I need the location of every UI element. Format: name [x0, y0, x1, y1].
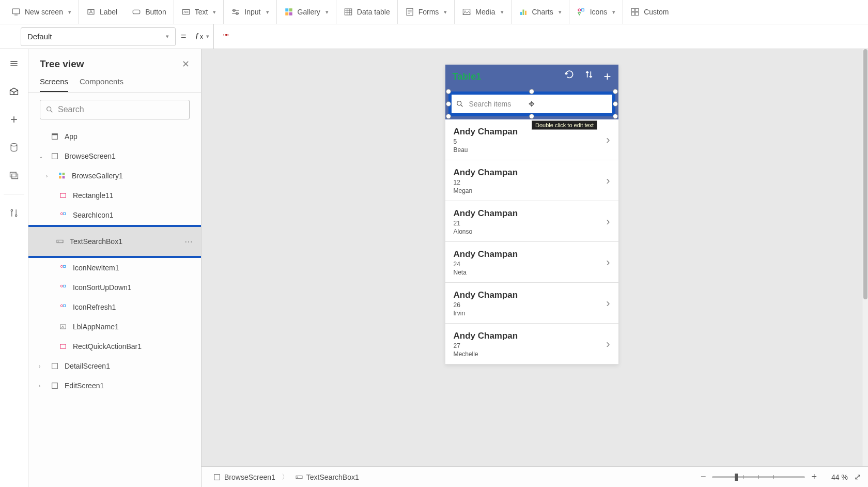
tree-item-iconnewitem1[interactable]: IconNewItem1 [28, 258, 201, 278]
phone-preview[interactable]: Table1 + Search items ✥ [445, 65, 618, 364]
scrollbar-thumb[interactable] [863, 49, 867, 299]
search-input[interactable]: Search items ✥ Double click to [451, 94, 613, 114]
custom-button[interactable]: Custom [623, 0, 676, 24]
chevron-right-icon[interactable]: › [606, 338, 610, 351]
button-button[interactable]: Button [125, 0, 174, 24]
more-options-button[interactable]: ⋯ [184, 237, 194, 247]
resize-handle[interactable] [529, 114, 534, 119]
refresh-icon[interactable] [564, 69, 575, 84]
tree-item-label: Rectangle11 [73, 191, 114, 200]
icons-button[interactable]: Icons ▾ [569, 0, 623, 24]
media-button[interactable]: Media ▾ [455, 0, 511, 24]
expand-icon[interactable]: › [39, 363, 45, 369]
svg-line-69 [461, 105, 462, 106]
svg-rect-50 [63, 173, 65, 175]
tree-item-iconsortupdown1[interactable]: IconSortUpDown1 [28, 278, 201, 297]
breadcrumb-screen[interactable]: BrowseScreen1 [209, 471, 280, 483]
zoom-slider-thumb[interactable] [735, 474, 738, 481]
tree-item-iconrefresh1[interactable]: IconRefresh1 [28, 297, 201, 317]
resize-handle[interactable] [446, 101, 451, 106]
zoom-out-button[interactable]: − [701, 471, 706, 482]
app-header: Table1 + [445, 65, 618, 88]
rail-advanced[interactable] [4, 203, 24, 223]
chevron-right-icon[interactable]: › [606, 215, 610, 229]
expand-icon[interactable]: › [46, 173, 52, 179]
gallery-item[interactable]: Andy Champan21Alonso› [445, 201, 618, 242]
breadcrumb-control[interactable]: TextSearchBox1 [291, 471, 363, 483]
tree-item-lblappname1[interactable]: LblAppName1 [28, 317, 201, 337]
fit-to-screen-button[interactable]: ⤢ [854, 472, 861, 482]
new-screen-button[interactable]: New screen ▾ [4, 0, 79, 24]
tree-item-editscreen1[interactable]: › EditScreen1 [28, 376, 201, 395]
vertical-scrollbar[interactable] [862, 49, 868, 466]
property-select[interactable]: Default ▾ [21, 27, 176, 46]
input-icon [231, 7, 240, 17]
chevron-down-icon: ▾ [206, 33, 209, 40]
tree-search-input[interactable]: Search [40, 100, 190, 119]
label-label: Label [100, 8, 117, 16]
zoom-slider[interactable] [712, 476, 805, 478]
icon-icon [58, 283, 68, 292]
media-icon [462, 7, 471, 17]
formula-value[interactable]: "" [219, 32, 229, 41]
datatable-label: Data table [357, 8, 390, 16]
collapse-icon[interactable]: ⌄ [39, 154, 45, 159]
resize-handle[interactable] [446, 89, 451, 94]
tree-item-label: TextSearchBox1 [70, 237, 122, 246]
input-button[interactable]: Input ▾ [224, 0, 276, 24]
tree-item-label: SearchIcon1 [73, 211, 114, 219]
gallery-item[interactable]: Andy Champan27Mechelle› [445, 324, 618, 364]
chevron-right-icon[interactable]: › [606, 174, 610, 188]
tree-view-title: Tree view [40, 58, 84, 70]
label-button[interactable]: Label [79, 0, 125, 24]
tree-item-rectquickactionbar1[interactable]: RectQuickActionBar1 [28, 337, 201, 356]
gallery-item-title: Andy Champan [454, 249, 518, 260]
rail-add[interactable]: + [4, 109, 24, 130]
chevron-right-icon[interactable]: › [606, 256, 610, 269]
gallery-item[interactable]: Andy Champan12Megan› [445, 160, 618, 201]
tree-item-label: IconRefresh1 [73, 303, 116, 311]
breadcrumb-label: BrowseScreen1 [224, 473, 275, 481]
add-icon[interactable]: + [603, 69, 611, 84]
fx-button[interactable]: fx ▾ [192, 24, 214, 49]
resize-handle[interactable] [613, 89, 618, 94]
rail-media[interactable] [4, 165, 24, 186]
gallery-button[interactable]: Gallery ▾ [277, 0, 336, 24]
resize-handle[interactable] [613, 114, 618, 119]
rail-treeview[interactable] [4, 81, 24, 102]
tab-screens[interactable]: Screens [40, 77, 68, 92]
datatable-button[interactable]: Data table [336, 0, 398, 24]
tree-item-browsescreen1[interactable]: ⌄ BrowseScreen1 [28, 146, 201, 166]
resize-handle[interactable] [529, 89, 534, 94]
svg-rect-53 [60, 193, 66, 197]
tab-components[interactable]: Components [80, 77, 123, 92]
svg-rect-67 [52, 383, 58, 389]
tree-item-app[interactable]: App [28, 127, 201, 146]
zoom-in-button[interactable]: + [811, 471, 817, 482]
rail-data[interactable] [4, 137, 24, 158]
gallery-item-sub2: Mechelle [454, 351, 518, 358]
tree-item-searchicon1[interactable]: SearchIcon1 [28, 205, 201, 225]
text-button[interactable]: Abc Text ▾ [174, 0, 224, 24]
tree-item-detailscreen1[interactable]: › DetailScreen1 [28, 356, 201, 376]
sort-icon[interactable] [584, 69, 594, 84]
zoom-controls: − + 44 % ⤢ [701, 471, 861, 482]
gallery-item[interactable]: Andy Champan24Neta› [445, 242, 618, 283]
close-panel-button[interactable]: ✕ [182, 58, 190, 70]
chevron-right-icon[interactable]: › [606, 297, 610, 310]
rail-hamburger[interactable] [4, 53, 24, 74]
svg-rect-26 [522, 10, 524, 16]
forms-button[interactable]: Forms ▾ [398, 0, 455, 24]
expand-icon[interactable]: › [39, 383, 45, 389]
tree-item-browsegallery1[interactable]: › BrowseGallery1 [28, 166, 201, 186]
tree-item-textsearchbox1[interactable]: TextSearchBox1 ⋯ [28, 227, 201, 256]
tree-item-rectangle11[interactable]: Rectangle11 [28, 186, 201, 205]
charts-button[interactable]: Charts ▾ [512, 0, 569, 24]
forms-icon [405, 7, 414, 17]
chevron-right-icon[interactable]: › [606, 133, 610, 147]
gallery-item[interactable]: Andy Champan26Irvin› [445, 283, 618, 324]
resize-handle[interactable] [446, 114, 451, 119]
svg-rect-12 [285, 12, 288, 16]
resize-handle[interactable] [613, 101, 618, 106]
app-icon [50, 132, 59, 141]
